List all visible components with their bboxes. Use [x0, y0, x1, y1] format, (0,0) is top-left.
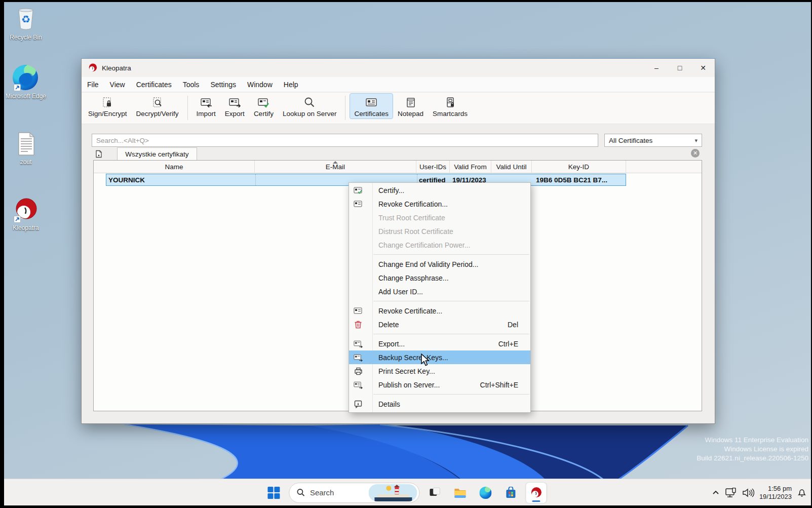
cell-name: YOURNICK [108, 174, 145, 185]
context-item-change-certification-power: Change Certification Power... [349, 238, 530, 252]
menu-bar: File View Certificates Tools Settings Wi… [82, 77, 715, 92]
wallpaper-bloom [4, 424, 811, 479]
edge-icon [479, 487, 491, 499]
task-view-icon [429, 487, 441, 499]
notepad-icon [405, 96, 417, 109]
context-item-export[interactable]: Export... Ctrl+E [349, 337, 530, 350]
taskbar: Search [4, 479, 811, 505]
clock[interactable]: 1:56 pm 19/11/2023 [759, 485, 792, 501]
toolbar-notepad-button[interactable]: Notepad [393, 93, 428, 119]
file-explorer-icon [453, 486, 467, 499]
context-item-add-user-id[interactable]: Add User ID... [349, 285, 530, 298]
microsoft-store-icon [505, 487, 517, 499]
context-item-revoke-certificate[interactable]: Revoke Certificate... [349, 304, 530, 318]
recycle-bin-icon: ♻ [13, 6, 39, 32]
lookup-server-icon [303, 96, 316, 109]
column-header-key-id[interactable]: Key-ID [532, 161, 626, 173]
desktop-icon-kleopatra[interactable]: Kleopatra [4, 197, 48, 231]
desktop-icon-recycle-bin[interactable]: ♻ Recycle Bin [4, 6, 48, 41]
desktop-icon-label: Recycle Bin [4, 34, 48, 41]
taskbar-search[interactable]: Search [289, 483, 419, 503]
certificate-publish-icon [354, 380, 363, 389]
tray-time: 1:56 pm [759, 485, 792, 493]
chevron-down-icon: ▾ [694, 137, 698, 144]
menu-separator [349, 331, 530, 337]
kleopatra-icon [13, 197, 39, 223]
menu-separator [349, 252, 530, 257]
column-header-name[interactable]: Name [94, 161, 255, 173]
toolbar-separator [187, 96, 188, 120]
menu-separator [349, 392, 530, 397]
context-item-trust-root: Trust Root Certificate [349, 211, 530, 224]
desktop-icon-label: zout [4, 159, 48, 166]
new-tab-button[interactable] [93, 148, 104, 159]
close-tab-icon[interactable]: ✕ [691, 149, 700, 158]
certificate-filter-dropdown[interactable]: All Certificates ▾ [604, 134, 702, 147]
toolbar-certify-button[interactable]: Certify [249, 93, 278, 119]
notifications-bell-icon[interactable] [797, 488, 807, 498]
network-icon[interactable] [725, 488, 737, 498]
search-highlight-image [368, 484, 417, 501]
certify-icon [257, 96, 270, 109]
volume-icon[interactable] [742, 488, 754, 498]
column-header-user-ids[interactable]: User-IDs [416, 161, 450, 173]
column-header-valid-until[interactable]: Valid Until [491, 161, 532, 173]
menu-separator [349, 298, 530, 304]
table-header: Name E-Mail User-IDs Valid From Valid Un… [94, 161, 702, 173]
info-icon [354, 400, 363, 409]
menu-settings[interactable]: Settings [205, 77, 242, 92]
toolbar-certificates-button[interactable]: Certificates [350, 93, 393, 119]
tab-all-certificates[interactable]: Wszystkie certyfikaty [117, 147, 197, 160]
context-item-delete[interactable]: Delete Del [349, 318, 530, 331]
toolbar-export-button[interactable]: Export [220, 93, 249, 119]
menu-file[interactable]: File [82, 77, 104, 92]
certificate-export-icon [354, 339, 363, 348]
context-item-certify[interactable]: Certify... [349, 183, 530, 197]
context-item-publish-on-server[interactable]: Publish on Server... Ctrl+Shift+E [349, 378, 530, 392]
windows-watermark: Windows 11 Enterprise Evaluation Windows… [697, 436, 808, 463]
start-button[interactable] [263, 483, 284, 503]
toolbar-import-button[interactable]: Import [192, 93, 220, 119]
context-item-details[interactable]: Details [349, 397, 530, 411]
menu-view[interactable]: View [104, 77, 131, 92]
context-item-print-secret-key[interactable]: Print Secret Key... [349, 364, 530, 378]
context-item-change-passphrase[interactable]: Change Passphrase... [349, 271, 530, 285]
column-header-valid-from[interactable]: Valid From [450, 161, 491, 173]
cell-divider [255, 174, 256, 185]
task-view-button[interactable] [424, 483, 445, 503]
context-item-backup-secret-keys[interactable]: Backup Secret Keys... [349, 350, 530, 364]
svg-text:♻: ♻ [21, 14, 30, 25]
desktop-icon-zout[interactable]: zout [4, 131, 48, 166]
toolbar-lookup-server-button[interactable]: Lookup on Server [278, 93, 341, 119]
shortcut-arrow-icon [14, 216, 21, 223]
sort-ascending-icon [333, 161, 338, 164]
context-item-revoke-certification[interactable]: Revoke Certification... [349, 197, 530, 211]
export-certificate-icon [228, 96, 241, 109]
certificate-backup-icon [354, 353, 363, 362]
mouse-cursor [420, 354, 432, 367]
close-button[interactable]: ✕ [691, 59, 715, 77]
cell-key-id: 19B6 0D5B BC21 B7... [536, 174, 607, 185]
toolbar-smartcards-button[interactable]: Smartcards [428, 93, 472, 119]
menu-window[interactable]: Window [242, 77, 278, 92]
context-item-change-validity[interactable]: Change End of Validity Period... [349, 257, 530, 271]
search-row: All Certificates ▾ [92, 134, 701, 147]
desktop-icon-edge[interactable]: Microsoft Edge [4, 65, 48, 100]
minimize-button[interactable]: – [645, 59, 668, 77]
toolbar-sign-encrypt-button[interactable]: Sign/Encrypt [84, 93, 132, 119]
file-explorer-button[interactable] [450, 483, 470, 503]
toolbar-decrypt-verify-button[interactable]: Decrypt/Verify [132, 93, 183, 119]
menu-tools[interactable]: Tools [177, 77, 205, 92]
hidden-icons-chevron[interactable] [712, 489, 720, 497]
microsoft-store-button[interactable] [500, 483, 521, 503]
kleopatra-taskbar-button[interactable] [526, 483, 546, 503]
search-input[interactable] [92, 134, 598, 147]
trash-icon [354, 320, 363, 329]
kleopatra-app-icon [88, 63, 98, 73]
menu-certificates[interactable]: Certificates [131, 77, 177, 92]
menu-help[interactable]: Help [278, 77, 304, 92]
toolbar-separator [345, 96, 345, 120]
window-titlebar[interactable]: Kleopatra – □ ✕ [82, 59, 715, 77]
edge-browser-button[interactable] [475, 483, 495, 503]
maximize-button[interactable]: □ [668, 59, 691, 77]
